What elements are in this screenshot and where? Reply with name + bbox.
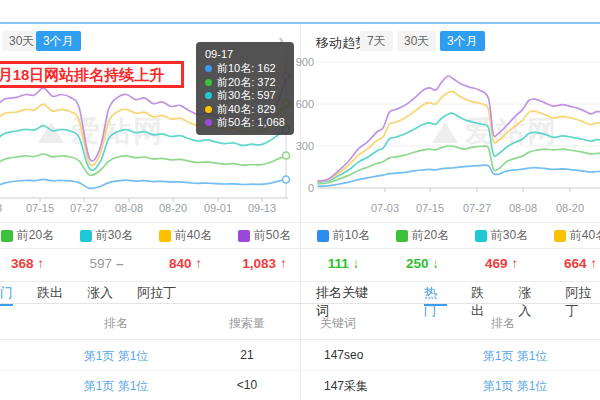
stat-trend-down-icon: ↓ — [349, 256, 360, 271]
stat-cell: 368 ↑ — [0, 256, 67, 271]
keyword-tab-item[interactable]: 涨入 — [518, 284, 541, 304]
legend-item[interactable]: 前50名 — [225, 227, 304, 244]
tooltip-series-row: 前30名: 597 — [205, 89, 285, 103]
keyword-tab-active[interactable]: 热门 — [424, 284, 447, 306]
left-table-header-rank: 排名 — [104, 315, 128, 332]
tooltip-series-row: 前40名: 829 — [205, 103, 285, 117]
separator — [0, 339, 600, 340]
legend-color-swatch — [317, 230, 329, 242]
separator — [0, 281, 600, 282]
legend-item-label: 前10名 — [333, 227, 370, 244]
stat-cell: 597 – — [67, 256, 146, 271]
legend-item[interactable]: 前20名 — [383, 227, 462, 244]
series-line-前10名 — [318, 165, 600, 186]
chart-tooltip: 09-17 前10名: 162前20名: 372前30名: 597前40名: 8… — [196, 42, 294, 135]
stat-cell: 250 ↓ — [383, 256, 462, 271]
keyword-tab-item[interactable]: 阿拉丁 — [137, 284, 176, 304]
stat-trend-flat-icon: – — [112, 256, 123, 271]
tooltip-series-text: 前30名: 597 — [217, 89, 276, 103]
legend-color-swatch — [238, 230, 250, 242]
series-dot-icon — [205, 119, 212, 126]
left-table-header-volume: 搜索量 — [229, 315, 265, 332]
legend-item[interactable]: 前40名 — [541, 227, 600, 244]
stat-value: 111 ↓ — [328, 256, 360, 271]
legend-item[interactable]: 前30名 — [67, 227, 146, 244]
top-bar — [0, 0, 600, 22]
tooltip-series-text: 前20名: 372 — [217, 76, 276, 90]
hover-point-marker — [283, 152, 290, 159]
tooltip-series-text: 前50名: 1,068 — [217, 116, 285, 130]
right-chart-legend: 前10名前20名前30名前40名 — [304, 227, 600, 244]
right-table-row-rank-link[interactable]: 第1页 第1位 — [483, 348, 548, 365]
stat-trend-up-icon: ↑ — [34, 256, 45, 271]
tooltip-series-row: 前10名: 162 — [205, 62, 285, 76]
series-line-前50名 — [318, 76, 600, 181]
right-table-row-rank-link[interactable]: 第1页 第1位 — [483, 378, 548, 395]
stat-value: 840 ↑ — [169, 256, 202, 271]
tooltip-series-text: 前40名: 829 — [217, 103, 276, 117]
separator — [0, 370, 600, 371]
left-keyword-tabs: 热门跌出涨入阿拉丁 — [0, 284, 176, 306]
stat-trend-down-icon: ↓ — [429, 256, 440, 271]
right-table-header-rank: 排名 — [491, 315, 515, 332]
stat-cell: 840 ↑ — [146, 256, 225, 271]
series-line-前20名 — [318, 146, 600, 184]
stat-value: 664 ↑ — [564, 256, 597, 271]
left-table-row-rank-link[interactable]: 第1页 第1位 — [84, 348, 149, 365]
stat-value: 250 ↓ — [406, 256, 439, 271]
stat-cell: 111 ↓ — [304, 256, 383, 271]
right-table-row-keyword: 147采集 — [324, 378, 368, 395]
left-chart-legend: 前20名前30名前40名前50名 — [0, 227, 304, 244]
separator — [0, 222, 600, 223]
tooltip-date: 09-17 — [205, 47, 285, 62]
left-table-row-rank-link[interactable]: 第1页 第1位 — [84, 378, 149, 395]
stat-cell: 1,083 ↑ — [225, 256, 304, 271]
stat-value: 469 ↑ — [485, 256, 518, 271]
stat-value: 1,083 ↑ — [242, 256, 286, 271]
legend-item-label: 前20名 — [412, 227, 449, 244]
left-table-row-volume: 21 — [240, 348, 253, 362]
left-chart-latest-stats: 368 ↑597 –840 ↑1,083 ↑ — [0, 256, 304, 271]
legend-item-label: 前30名 — [96, 227, 133, 244]
tooltip-series-row: 前20名: 372 — [205, 76, 285, 90]
keyword-tab-item[interactable]: 跌出 — [471, 284, 494, 304]
keyword-tab-item[interactable]: 跌出 — [37, 284, 63, 304]
stat-cell: 664 ↑ — [541, 256, 600, 271]
legend-color-swatch — [396, 230, 408, 242]
legend-item-label: 前40名 — [570, 227, 600, 244]
legend-color-swatch — [80, 230, 92, 242]
series-line-前20名 — [0, 154, 287, 175]
legend-item-label: 前30名 — [491, 227, 528, 244]
legend-item-label: 前40名 — [175, 227, 212, 244]
tooltip-series-row: 前50名: 1,068 — [205, 116, 285, 130]
right-table-row-keyword: 147seo — [324, 348, 363, 362]
right-keyword-tabs: 排名关键词 热门跌出涨入阿拉丁 — [316, 284, 600, 306]
keyword-tab-item[interactable]: 涨入 — [87, 284, 113, 304]
legend-color-swatch — [475, 230, 487, 242]
left-table-row-volume: <10 — [237, 378, 257, 392]
keyword-tab-active[interactable]: 热门 — [0, 284, 13, 306]
stat-value: 368 ↑ — [11, 256, 44, 271]
stat-trend-up-icon: ↑ — [192, 256, 203, 271]
legend-item[interactable]: 前10名 — [304, 227, 383, 244]
trend-charts — [0, 28, 600, 214]
separator — [0, 248, 600, 249]
series-dot-icon — [205, 79, 212, 86]
legend-item-label: 前20名 — [17, 227, 54, 244]
hover-point-marker — [283, 176, 290, 183]
series-dot-icon — [205, 65, 212, 72]
right-table-header-keyword: 关键词 — [320, 315, 356, 332]
right-chart-latest-stats: 111 ↓250 ↓469 ↑664 ↑ — [304, 256, 600, 271]
legend-color-swatch — [159, 230, 171, 242]
keyword-tab-item[interactable]: 阿拉丁 — [565, 284, 600, 304]
stat-cell: 469 ↑ — [462, 256, 541, 271]
stat-trend-up-icon: ↑ — [508, 256, 519, 271]
seo-rank-dashboard: { "left_panel": { "period_tabs": [ {"lab… — [0, 0, 600, 400]
legend-color-swatch — [554, 230, 566, 242]
stat-value: 597 – — [90, 256, 124, 271]
tooltip-series-text: 前10名: 162 — [217, 62, 276, 76]
legend-item[interactable]: 前20名 — [0, 227, 67, 244]
stat-trend-up-icon: ↑ — [587, 256, 598, 271]
legend-item[interactable]: 前40名 — [146, 227, 225, 244]
legend-item[interactable]: 前30名 — [462, 227, 541, 244]
